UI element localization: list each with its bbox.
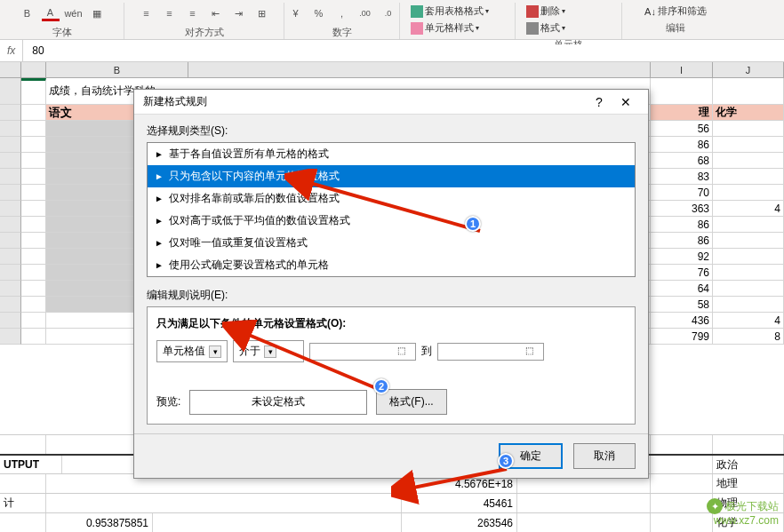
cell[interactable] [713,169,784,185]
cell[interactable]: 64 [651,281,713,297]
range-to-label: 到 [421,344,432,359]
align-right-icon[interactable]: ≡ [184,5,202,21]
row-header[interactable] [0,137,21,153]
font-color-icon[interactable]: A [42,5,60,21]
operator-combo[interactable]: 介于 ▾ [233,340,304,362]
pinyin-icon[interactable]: wén [65,5,83,21]
fx-icon[interactable]: fx [0,40,23,61]
cell[interactable] [713,153,784,169]
cell[interactable] [713,249,784,265]
ribbon-group-align: 对齐方式 [185,26,224,39]
cell[interactable]: 76 [651,265,713,281]
col-header-a[interactable] [21,62,46,78]
chevron-down-icon[interactable]: ▾ [264,345,276,358]
header-chemistry[interactable]: 化学 [713,105,784,121]
cell[interactable]: 86 [651,233,713,249]
row-header[interactable] [0,185,21,201]
row-header[interactable] [0,313,21,329]
merge-icon[interactable]: ⊞ [253,5,271,21]
cell[interactable]: 799 [651,329,713,345]
table-format-button[interactable]: 套用表格格式 ▾ [407,3,492,20]
cell[interactable]: 86 [651,137,713,153]
cell[interactable]: 4 [713,313,784,329]
row-header[interactable] [0,217,21,233]
logo-icon: ✦ [707,498,723,514]
cell[interactable] [713,265,784,281]
val-cell: 45461 [402,494,517,512]
cell[interactable] [713,297,784,313]
range-from-input[interactable]: ⬚ [309,343,416,361]
range-picker-icon[interactable]: ⬚ [397,345,412,358]
cell[interactable]: 363 [651,201,713,217]
format-button[interactable]: 格式(F)... [376,389,446,415]
row-header[interactable] [0,233,21,249]
rule-type-item[interactable]: ►仅对排名靠前或靠后的数值设置格式 [148,187,635,210]
help-icon[interactable]: ? [586,95,612,109]
cell[interactable] [713,281,784,297]
row-header[interactable] [0,249,21,265]
row-header[interactable] [0,121,21,137]
cell[interactable] [713,233,784,249]
close-icon[interactable]: ✕ [612,95,639,109]
cell[interactable]: 92 [651,249,713,265]
rule-type-item[interactable]: ►只为包含以下内容的单元格设置格式 [148,165,635,187]
cell[interactable]: 436 [651,313,713,329]
row-header[interactable] [0,297,21,313]
row-header[interactable] [0,281,21,297]
cell[interactable] [713,217,784,233]
comma-icon[interactable]: , [333,5,351,21]
cancel-button[interactable]: 取消 [573,443,636,469]
output-label: UTPUT [0,456,62,473]
bold-icon[interactable]: B [19,5,36,21]
cell[interactable] [713,137,784,153]
accounting-icon[interactable]: ¥ [287,5,305,21]
cell[interactable] [713,185,784,201]
cell[interactable] [713,121,784,137]
callout-1: 1 [465,216,481,232]
header-li[interactable]: 理 [651,105,713,121]
border-icon[interactable]: ▦ [88,5,106,21]
cell[interactable]: 86 [651,217,713,233]
format-button[interactable]: 格式 ▾ [523,20,569,36]
row-header[interactable] [0,169,21,185]
col-header-mid[interactable] [188,62,651,78]
cell[interactable]: 58 [651,297,713,313]
decimal-dec-icon[interactable]: .0 [380,5,397,21]
rule-type-item[interactable]: ►基于各自值设置所有单元格的格式 [148,143,635,165]
indent-dec-icon[interactable]: ⇤ [207,5,225,21]
new-format-rule-dialog: 新建格式规则 ? ✕ 选择规则类型(S): ►基于各自值设置所有单元格的格式►只… [133,89,649,479]
cell-value-combo[interactable]: 单元格值 ▾ [156,340,228,362]
rule-type-item[interactable]: ►仅对唯一值或重复值设置格式 [148,232,635,254]
row-header[interactable] [0,105,21,121]
cell[interactable]: 56 [651,121,713,137]
percent-icon[interactable]: % [310,5,328,21]
cell[interactable]: 83 [651,169,713,185]
col-header-b[interactable]: B [46,62,188,78]
row-header[interactable] [0,201,21,217]
align-center-icon[interactable]: ≡ [161,5,179,21]
cell-style-button[interactable]: 单元格样式 ▾ [407,20,483,36]
col-header-i[interactable]: I [651,62,713,78]
cell[interactable]: 8 [713,329,784,345]
row-header[interactable] [0,329,21,345]
align-left-icon[interactable]: ≡ [138,5,156,21]
select-all-corner[interactable] [0,62,21,78]
indent-inc-icon[interactable]: ⇥ [230,5,248,21]
range-picker-icon[interactable]: ⬚ [525,345,540,358]
rule-type-item[interactable]: ►使用公式确定要设置格式的单元格 [148,254,635,276]
chevron-down-icon[interactable]: ▾ [209,345,221,358]
formula-input[interactable] [23,44,784,57]
col-header-j[interactable]: J [713,62,784,78]
rule-type-item[interactable]: ►仅对高于或低于平均值的数值设置格式 [148,210,635,232]
sort-filter-button[interactable]: A↓ 排序和筛选 [641,3,710,20]
row-header[interactable] [0,78,21,105]
delete-button[interactable]: 删除 ▾ [523,3,569,20]
cell[interactable]: 4 [713,201,784,217]
rule-type-list[interactable]: ►基于各自值设置所有单元格的格式►只为包含以下内容的单元格设置格式►仅对排名靠前… [147,142,636,277]
range-to-input[interactable]: ⬚ [437,343,544,361]
cell[interactable]: 70 [651,185,713,201]
decimal-inc-icon[interactable]: .00 [356,5,374,21]
cell[interactable]: 68 [651,153,713,169]
row-header[interactable] [0,153,21,169]
row-header[interactable] [0,265,21,281]
